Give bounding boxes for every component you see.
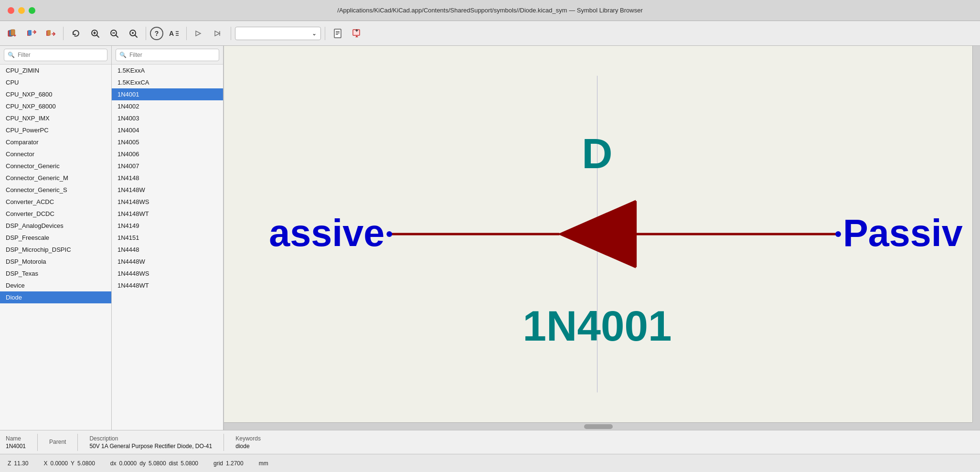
svg-point-15 — [132, 32, 134, 34]
symbol-list-item[interactable]: 1N4149 — [112, 220, 223, 232]
diode-canvas: D 1N4001 assive Passiv — [224, 46, 972, 422]
zoom-label: Z — [8, 460, 11, 467]
symbol-list-item[interactable]: 1N4448 — [112, 244, 223, 256]
symbol-list-item[interactable]: 1N4148WS — [112, 196, 223, 208]
symbol-list-item[interactable]: 1N4007 — [112, 160, 223, 172]
separator-2 — [146, 27, 146, 40]
symbol-list: 1.5KExxA1.5KExxCA1N40011N40021N40031N400… — [112, 64, 223, 430]
datasheet-button[interactable] — [329, 25, 346, 42]
library-list-item[interactable]: Diode — [0, 291, 111, 303]
zoom-status: Z 11.30 — [8, 460, 28, 467]
zoom-value: 11.30 — [14, 460, 28, 467]
library-list-item[interactable]: DSP_Freescale — [0, 232, 111, 244]
library-list-item[interactable]: CPU_NXP_68000 — [0, 100, 111, 112]
buffer-button[interactable] — [191, 25, 208, 42]
library-list-item[interactable]: Connector — [0, 148, 111, 160]
parent-info: Parent — [49, 439, 66, 446]
window-title: /Applications/KiCad/KiCad.app/Contents/S… — [337, 7, 642, 14]
x-label: X — [43, 460, 47, 467]
symbol-list-item[interactable]: 1.5KExxCA — [112, 76, 223, 88]
symbol-list-item[interactable]: 1N4448W — [112, 256, 223, 268]
pin-info-button[interactable]: A — [165, 25, 182, 42]
statusbar: Z 11.30 X 0.0000 Y 5.0800 dx 0.0000 dy 5… — [0, 454, 980, 472]
library-list-item[interactable]: Connector_Generic_S — [0, 184, 111, 196]
library-list-item[interactable]: DSP_Microchip_DSPIC — [0, 244, 111, 256]
export-button[interactable] — [42, 25, 59, 42]
sym-filter-box: 🔍 — [112, 46, 223, 64]
symbol-list-item[interactable]: 1N4448WT — [112, 279, 223, 291]
symbol-filter-dropdown[interactable]: ⌄ — [235, 27, 321, 40]
load-symbols-button[interactable] — [23, 25, 40, 42]
symbol-list-item[interactable]: 1N4148WT — [112, 208, 223, 220]
maximize-button[interactable] — [29, 7, 35, 14]
symbol-list-item[interactable]: 1N4148W — [112, 184, 223, 196]
library-list-item[interactable]: Connector_Generic_M — [0, 172, 111, 184]
symbol-list-item[interactable]: 1N4005 — [112, 136, 223, 148]
dist-value: 5.0800 — [181, 460, 198, 467]
canvas-content: D 1N4001 assive Passiv — [224, 46, 972, 422]
vertical-scrollbar[interactable] — [972, 46, 980, 422]
library-list-item[interactable]: DSP_AnalogDevices — [0, 220, 111, 232]
svg-text:assive: assive — [269, 212, 384, 254]
dy-value: 5.0800 — [149, 460, 166, 467]
separator-4 — [231, 27, 231, 40]
symbol-list-item[interactable]: 1N4448WS — [112, 268, 223, 279]
symbol-list-item[interactable]: 1.5KExxA — [112, 64, 223, 76]
library-list-item[interactable]: CPU_NXP_IMX — [0, 112, 111, 124]
window-controls — [8, 7, 35, 14]
symbol-list-item[interactable]: 1N4002 — [112, 100, 223, 112]
svg-text:1N4001: 1N4001 — [523, 302, 672, 350]
symbol-list-item[interactable]: 1N4001 — [112, 88, 223, 100]
library-list-item[interactable]: Converter_DCDC — [0, 208, 111, 220]
library-list-item[interactable]: Device — [0, 279, 111, 291]
refresh-button[interactable] — [67, 25, 85, 42]
grid-value: 1.2700 — [226, 460, 244, 467]
name-info: Name 1N4001 — [6, 435, 26, 450]
library-list-item[interactable]: DSP_Motorola — [0, 256, 111, 268]
zoom-fit-button[interactable] — [125, 25, 142, 42]
name-value: 1N4001 — [6, 443, 26, 450]
canvas-area: D 1N4001 assive Passiv — [224, 46, 980, 430]
symbol-list-item[interactable]: 1N4003 — [112, 112, 223, 124]
zoom-in-button[interactable] — [86, 25, 104, 42]
library-list-item[interactable]: CPU_NXP_6800 — [0, 88, 111, 100]
lib-filter-input[interactable] — [4, 49, 107, 61]
library-list-item[interactable]: CPU — [0, 76, 111, 88]
power-symbol-button[interactable] — [210, 25, 227, 42]
info-sep-1 — [37, 434, 38, 451]
svg-rect-6 — [47, 30, 51, 35]
svg-marker-22 — [215, 31, 220, 36]
symbol-list-item[interactable]: 1N4004 — [112, 124, 223, 136]
name-label: Name — [6, 435, 26, 442]
library-list-item[interactable]: Connector_Generic — [0, 160, 111, 172]
add-to-schematic-button[interactable] — [348, 25, 365, 42]
library-list-item[interactable]: Converter_ACDC — [0, 196, 111, 208]
titlebar: /Applications/KiCad/KiCad.app/Contents/S… — [0, 0, 980, 21]
separator-5 — [325, 27, 325, 40]
open-library-button[interactable] — [4, 25, 21, 42]
sym-filter-input[interactable] — [116, 49, 219, 61]
svg-rect-24 — [334, 29, 341, 38]
library-list-item[interactable]: CPU_ZIMIN — [0, 64, 111, 76]
horizontal-scrollbar[interactable] — [224, 422, 972, 430]
symbol-list-item[interactable]: 1N4148 — [112, 172, 223, 184]
grid-label: grid — [213, 460, 223, 467]
y-value: 5.0800 — [77, 460, 95, 467]
dropdown-arrow-icon: ⌄ — [312, 30, 317, 37]
minimize-button[interactable] — [18, 7, 25, 14]
library-list-item[interactable]: CPU_PowerPC — [0, 124, 111, 136]
y-label: Y — [71, 460, 75, 467]
library-list-item[interactable]: Comparator — [0, 136, 111, 148]
zoom-out-button[interactable] — [106, 25, 123, 42]
lib-filter-box: 🔍 — [0, 46, 111, 64]
svg-line-13 — [116, 35, 118, 37]
scrollbar-corner — [972, 422, 980, 430]
help-button[interactable]: ? — [150, 27, 163, 40]
symbol-list-item[interactable]: 1N4006 — [112, 148, 223, 160]
library-list-item[interactable]: DSP_Texas — [0, 268, 111, 279]
info-sep-3 — [224, 434, 224, 451]
close-button[interactable] — [8, 7, 14, 14]
dx-label: dx — [110, 460, 117, 467]
symbol-list-item[interactable]: 1N4151 — [112, 232, 223, 244]
toolbar: ? A ⌄ — [0, 21, 980, 46]
